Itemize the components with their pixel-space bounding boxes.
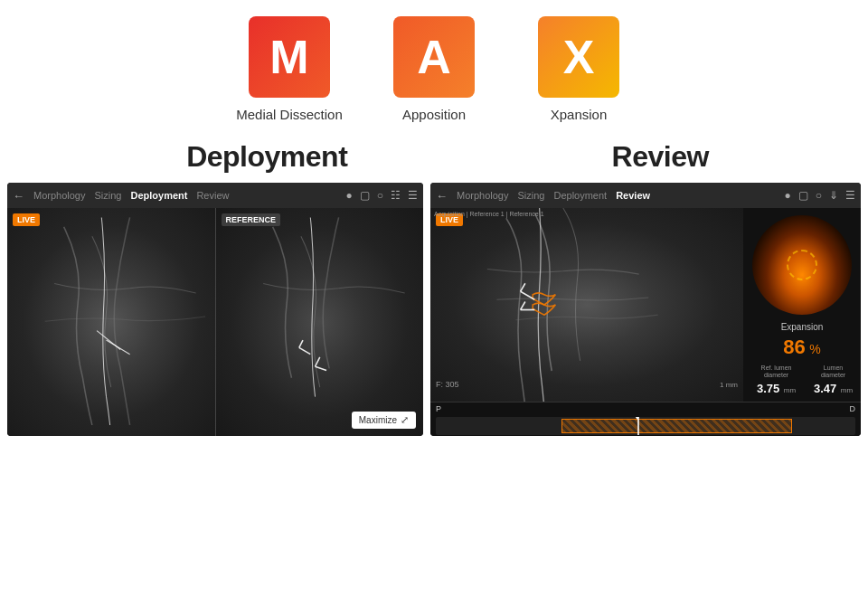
svg-line-2 [298,347,310,354]
review-back-icon[interactable]: ← [436,189,448,203]
max-item-x: X Xpansion [506,16,651,122]
review-tab-morphology[interactable]: Morphology [457,190,508,201]
a-label: Apposition [402,107,466,122]
oct-visualization [752,215,852,315]
review-heading: Review [612,140,709,174]
lumen-item: Lumen diameter 3.47 mm [811,365,855,396]
tab-deployment[interactable]: Deployment [130,190,187,201]
review-images: LIVE Acquisition | Reference 1 | Referen… [430,208,861,402]
back-icon[interactable]: ← [13,189,24,203]
headings-section: Deployment Review [0,122,868,183]
timeline-fill [561,419,792,433]
max-item-m: M Medial Dissection [217,16,362,122]
ref-lumen-unit: mm [784,386,796,394]
deployment-panel: ← Morphology Sizing Deployment Review ● … [7,183,423,436]
svg-line-3 [298,340,302,347]
menu-icon[interactable]: ☰ [408,189,418,202]
timeline-marker [637,417,639,435]
grid-icon[interactable]: ☷ [391,189,401,202]
tab-morphology[interactable]: Morphology [33,190,85,201]
lumen-measurements: Ref. lumen diameter 3.75 mm Lumen diamet… [749,365,855,396]
deployment-heading: Deployment [186,140,347,174]
review-tab-deployment[interactable]: Deployment [553,190,607,201]
review-sidebar: Expansion 86 % Ref. lumen diameter 3.75 … [743,208,861,402]
live-xray: LIVE [7,208,216,436]
tab-sizing[interactable]: Sizing [94,190,121,201]
svg-line-1 [107,340,130,355]
maximize-icon: ⤢ [401,414,409,426]
review-copy-icon[interactable]: ▢ [798,189,808,202]
m-logo: M [249,16,330,98]
ref-lumen-label: Ref. lumen diameter [749,365,804,380]
deployment-toolbar: ← Morphology Sizing Deployment Review ● … [7,183,423,208]
deployment-images: LIVE REFERENCE [7,208,423,436]
lumen-label: Lumen diameter [811,365,855,380]
svg-line-9 [521,302,525,310]
reference-badge: REFERENCE [222,213,281,226]
toolbar-icons: ● ▢ ○ ☷ ☰ [346,189,419,202]
x-label: Xpansion [551,107,608,122]
timeline-legend: Expansion threshold 90 % Apposition thre… [430,435,861,436]
max-item-a: A Apposition [362,16,506,122]
review-menu-icon[interactable]: ☰ [845,189,855,202]
expansion-value: 86 [783,336,805,358]
copy-icon[interactable]: ▢ [360,189,370,202]
p-label: P [436,404,441,413]
a-logo: A [393,16,475,98]
frame-label: F: 305 [436,380,459,389]
timeline-bar[interactable] [436,417,855,435]
reference-xray: REFERENCE Maximize ⤢ [216,208,424,436]
lumen-unit: mm [841,386,853,394]
review-panel: ← Morphology Sizing Deployment Review ● … [430,183,861,436]
review-tab-sizing[interactable]: Sizing [517,190,544,201]
svg-line-4 [315,366,326,370]
live-badge: LIVE [13,213,40,226]
m-label: Medial Dissection [236,107,343,122]
lumen-value: 3.47 [814,382,836,395]
review-toolbar-icons: ● ▢ ○ ⇓ ☰ [785,189,856,202]
timeline-strip: P D Expansion threshold 90 % [430,402,861,436]
mm-label: 1 mm [720,381,738,389]
review-content: LIVE Acquisition | Reference 1 | Referen… [430,208,861,436]
panels-section: ← Morphology Sizing Deployment Review ● … [0,183,868,436]
pd-labels: P D [430,402,861,413]
max-logos-section: M Medial Dissection A Apposition X Xpans… [0,0,868,122]
review-xray-image: LIVE Acquisition | Reference 1 | Referen… [430,208,743,402]
d-label: D [850,404,856,413]
maximize-button[interactable]: Maximize ⤢ [352,412,416,429]
review-export-icon[interactable]: ⇓ [829,189,838,202]
expansion-label: Expansion [781,322,824,332]
x-logo: X [538,16,619,98]
ref-lumen-value: 3.75 [757,382,779,395]
tab-review-d[interactable]: Review [196,190,229,201]
sync-icon[interactable]: ○ [377,189,383,202]
eye-icon[interactable]: ● [346,189,353,202]
review-main: LIVE Acquisition | Reference 1 | Referen… [430,208,861,436]
review-toolbar: ← Morphology Sizing Deployment Review ● … [430,183,861,208]
ref-lumen-item: Ref. lumen diameter 3.75 mm [749,365,804,396]
acquisition-labels: Acquisition | Reference 1 | Reference 1 [434,211,544,217]
review-eye-icon[interactable]: ● [785,189,791,202]
review-sync-icon[interactable]: ○ [816,189,822,202]
svg-line-5 [315,357,319,366]
expansion-value-row: 86 % [783,336,820,359]
review-tab-review[interactable]: Review [616,190,650,201]
expansion-percent: % [809,342,820,356]
